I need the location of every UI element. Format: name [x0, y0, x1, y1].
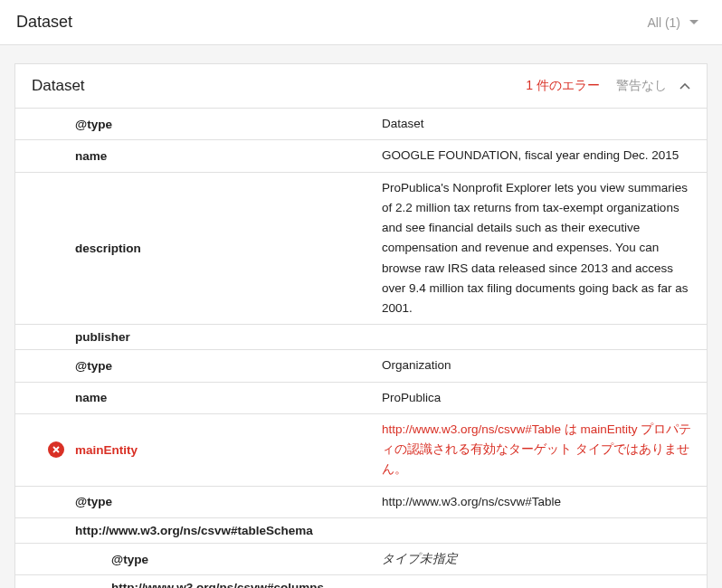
filter-label: All (1)	[647, 15, 680, 30]
table-row[interactable]: publisher	[15, 325, 707, 350]
property-key: name	[15, 144, 382, 168]
property-value	[382, 332, 707, 343]
app-header: Dataset All (1)	[0, 0, 722, 45]
table-row[interactable]: @typeOrganization	[15, 350, 707, 382]
property-value: タイプ未指定	[382, 544, 707, 574]
property-key: publisher	[15, 325, 382, 349]
dataset-panel: Dataset 1 件のエラー 警告なし @typeDatasetnameGOO…	[14, 63, 708, 588]
warning-count: 警告なし	[616, 78, 667, 94]
chevron-down-icon	[689, 20, 698, 25]
filter-dropdown[interactable]: All (1)	[647, 15, 706, 30]
table-row[interactable]: nameGOOGLE FOUNDATION, fiscal year endin…	[15, 140, 707, 172]
table-row[interactable]: descriptionProPublica's Nonprofit Explor…	[15, 173, 707, 326]
error-count: 1 件のエラー	[526, 78, 600, 94]
property-value: http://www.w3.org/ns/csvw#Table	[382, 487, 707, 517]
property-value	[382, 525, 707, 536]
property-key: @type	[15, 112, 382, 137]
property-value: ProPublica	[382, 383, 707, 413]
table-row[interactable]: @typehttp://www.w3.org/ns/csvw#Table	[15, 487, 707, 518]
chevron-up-icon	[679, 83, 690, 90]
property-key: @type	[15, 547, 382, 572]
table-row[interactable]: http://www.w3.org/ns/csvw#tableSchema	[15, 518, 707, 544]
property-key: mainEntity	[15, 438, 382, 462]
property-value: Dataset	[382, 109, 707, 139]
property-key: description	[15, 236, 382, 261]
table-row[interactable]: mainEntityhttp://www.w3.org/ns/csvw#Tabl…	[15, 414, 707, 487]
property-value	[382, 583, 707, 588]
table-row[interactable]: http://www.w3.org/ns/csvw#columns	[15, 575, 707, 588]
rows-container: @typeDatasetnameGOOGLE FOUNDATION, fisca…	[15, 109, 707, 588]
property-key: name	[15, 385, 382, 410]
property-key: @type	[15, 354, 382, 378]
property-value: http://www.w3.org/ns/csvw#Table は mainEn…	[382, 414, 707, 486]
property-value: GOOGLE FOUNDATION, fiscal year ending De…	[382, 140, 707, 171]
property-key: http://www.w3.org/ns/csvw#tableSchema	[15, 518, 382, 543]
table-row[interactable]: nameProPublica	[15, 383, 707, 414]
page-title: Dataset	[16, 13, 72, 32]
panel-header[interactable]: Dataset 1 件のエラー 警告なし	[15, 64, 707, 109]
table-row[interactable]: @typeタイプ未指定	[15, 544, 707, 575]
panel-title: Dataset	[32, 77, 526, 95]
property-value: ProPublica's Nonprofit Explorer lets you…	[382, 173, 707, 325]
property-value: Organization	[382, 350, 707, 381]
property-key: @type	[15, 489, 382, 514]
table-row[interactable]: @typeDataset	[15, 109, 707, 140]
property-key: http://www.w3.org/ns/csvw#columns	[15, 575, 382, 588]
